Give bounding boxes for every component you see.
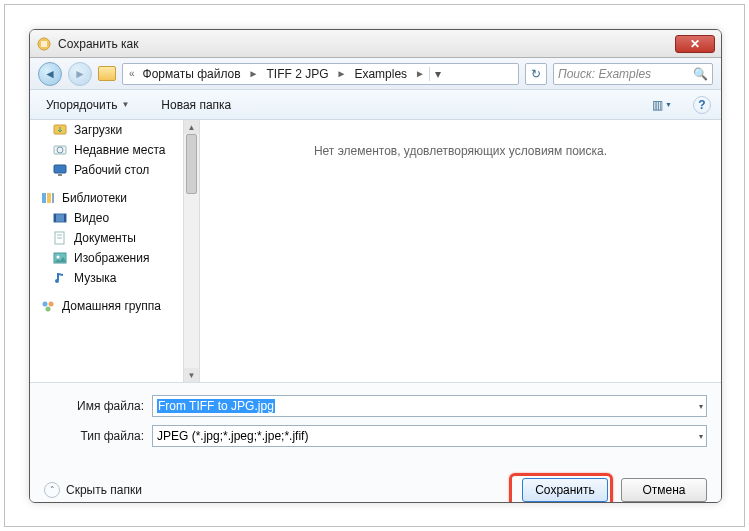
video-icon [52,210,68,226]
sidebar-item-label: Изображения [74,251,149,265]
folder-icon [98,66,116,81]
save-as-dialog: Сохранить как ✕ ◄ ► « Форматы файлов ► T… [29,29,722,503]
hide-folders-button[interactable]: ˄ Скрыть папки [44,482,142,498]
chevron-down-icon: ▼ [665,101,672,108]
sidebar-group-libraries[interactable]: Библиотеки [30,188,199,208]
hide-folders-label: Скрыть папки [66,483,142,497]
sidebar-item-documents[interactable]: Документы [30,228,199,248]
chevron-down-icon: ▼ [121,100,129,109]
sidebar-item-video[interactable]: Видео [30,208,199,228]
sidebar-scrollbar[interactable]: ▲ ▼ [183,120,199,382]
music-icon [52,270,68,286]
sidebar-item-label: Домашняя группа [62,299,161,313]
chevron-right-icon: ► [335,68,349,79]
svg-rect-9 [52,193,54,203]
sidebar-item-images[interactable]: Изображения [30,248,199,268]
recent-icon [52,142,68,158]
svg-point-20 [49,302,54,307]
svg-rect-1 [41,41,47,47]
breadcrumb-item[interactable]: Examples [350,66,411,82]
organize-label: Упорядочить [46,98,117,112]
search-placeholder: Поиск: Examples [558,67,651,81]
svg-rect-11 [54,214,56,222]
svg-point-18 [55,279,59,283]
downloads-icon [52,122,68,138]
organize-button[interactable]: Упорядочить ▼ [40,95,135,115]
sidebar-item-label: Музыка [74,271,116,285]
svg-point-17 [57,256,60,259]
sidebar-item-music[interactable]: Музыка [30,268,199,288]
sidebar-item-recent[interactable]: Недавние места [30,140,199,160]
toolbar: Упорядочить ▼ Новая папка ▥▼ ? [30,90,721,120]
cancel-button[interactable]: Отмена [621,478,707,502]
libraries-icon [40,190,56,206]
address-bar[interactable]: « Форматы файлов ► TIFF 2 JPG ► Examples… [122,63,519,85]
svg-rect-12 [64,214,66,222]
sidebar-item-desktop[interactable]: Рабочий стол [30,160,199,180]
sidebar-item-label: Недавние места [74,143,165,157]
file-list-pane[interactable]: Нет элементов, удовлетворяющих условиям … [200,120,721,382]
sidebar-item-homegroup[interactable]: Домашняя группа [30,296,199,316]
forward-button[interactable]: ► [68,62,92,86]
svg-rect-5 [54,165,66,173]
chevron-right-icon: ► [413,68,427,79]
crumb-lead-icon: « [127,68,137,79]
tutorial-highlight: Сохранить [509,473,613,503]
search-input[interactable]: Поиск: Examples 🔍 [553,63,713,85]
help-icon: ? [698,98,705,112]
sidebar-item-label: Документы [74,231,136,245]
breadcrumb-item[interactable]: Форматы файлов [139,66,245,82]
svg-rect-8 [47,193,51,203]
sidebar-item-downloads[interactable]: Загрузки [30,120,199,140]
refresh-button[interactable]: ↻ [525,63,547,85]
view-button[interactable]: ▥▼ [651,95,673,115]
refresh-icon: ↻ [531,67,541,81]
breadcrumb-item[interactable]: TIFF 2 JPG [263,66,333,82]
chevron-right-icon: ► [247,68,261,79]
app-icon [36,36,52,52]
filetype-value: JPEG (*.jpg;*.jpeg;*.jpe;*.jfif) [157,429,308,443]
address-dropdown[interactable]: ▾ [429,67,445,81]
body-area: Загрузки Недавние места Рабочий стол Биб… [30,120,721,382]
arrow-right-icon: ► [74,67,86,81]
images-icon [52,250,68,266]
filetype-field[interactable]: JPEG (*.jpg;*.jpeg;*.jpe;*.jfif) ▾ [152,425,707,447]
homegroup-icon [40,298,56,314]
close-icon: ✕ [690,37,700,51]
chevron-up-icon: ˄ [44,482,60,498]
filename-value: From TIFF to JPG.jpg [157,399,275,413]
sidebar-item-label: Рабочий стол [74,163,149,177]
svg-point-19 [43,302,48,307]
sidebar-item-label: Видео [74,211,109,225]
svg-rect-7 [42,193,46,203]
scroll-up-icon[interactable]: ▲ [184,120,199,134]
desktop-icon [52,162,68,178]
view-icon: ▥ [652,98,663,112]
new-folder-button[interactable]: Новая папка [155,95,237,115]
documents-icon [52,230,68,246]
chevron-down-icon[interactable]: ▾ [699,402,703,411]
save-label: Сохранить [535,483,595,497]
close-button[interactable]: ✕ [675,35,715,53]
form-area: Имя файла: From TIFF to JPG.jpg ▾ Тип фа… [30,382,721,465]
svg-point-21 [46,307,51,312]
filetype-label: Тип файла: [44,429,144,443]
new-folder-label: Новая папка [161,98,231,112]
filename-field[interactable]: From TIFF to JPG.jpg ▾ [152,395,707,417]
sidebar-group-label: Библиотеки [62,191,127,205]
navigation-pane[interactable]: Загрузки Недавние места Рабочий стол Биб… [30,120,200,382]
scrollbar-thumb[interactable] [186,134,197,194]
help-button[interactable]: ? [693,96,711,114]
sidebar-item-label: Загрузки [74,123,122,137]
arrow-left-icon: ◄ [44,67,56,81]
footer: ˄ Скрыть папки Сохранить Отмена [30,465,721,503]
filename-label: Имя файла: [44,399,144,413]
back-button[interactable]: ◄ [38,62,62,86]
search-icon: 🔍 [693,67,708,81]
save-button[interactable]: Сохранить [522,478,608,502]
scroll-down-icon[interactable]: ▼ [184,368,199,382]
outer-frame: Сохранить как ✕ ◄ ► « Форматы файлов ► T… [4,4,745,527]
navbar: ◄ ► « Форматы файлов ► TIFF 2 JPG ► Exam… [30,58,721,90]
chevron-down-icon[interactable]: ▾ [699,432,703,441]
titlebar[interactable]: Сохранить как ✕ [30,30,721,58]
